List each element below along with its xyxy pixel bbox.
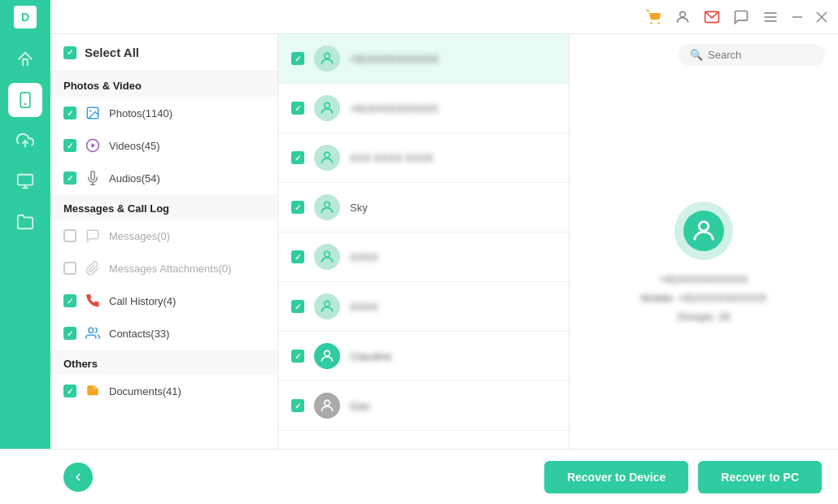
detail-avatar bbox=[674, 202, 733, 260]
contact-name-2: XXX XXXX XXXX bbox=[350, 152, 434, 164]
search-input[interactable] bbox=[708, 49, 814, 61]
videos-icon bbox=[85, 137, 101, 154]
contact-avatar-1 bbox=[314, 95, 340, 121]
contact-checkbox-3[interactable] bbox=[291, 201, 304, 214]
list-item-callhistory[interactable]: Call History(4) bbox=[50, 285, 277, 317]
contact-checkbox-2[interactable] bbox=[291, 151, 304, 164]
contact-avatar-6 bbox=[314, 343, 340, 369]
detail-avatar-inner bbox=[683, 211, 724, 251]
contact-row[interactable]: Gao bbox=[278, 381, 569, 431]
sidebar-item-backup[interactable] bbox=[8, 124, 42, 158]
audios-label: Audios(54) bbox=[109, 172, 160, 185]
videos-label: Videos(45) bbox=[109, 140, 160, 152]
svg-point-29 bbox=[325, 350, 330, 356]
svg-point-23 bbox=[325, 53, 330, 59]
contact-row[interactable]: XXXX bbox=[278, 282, 569, 332]
detail-mobile-value: +91XXXXXXXXXX bbox=[678, 292, 766, 304]
contact-checkbox-6[interactable] bbox=[291, 350, 304, 363]
checkbox-videos[interactable] bbox=[63, 139, 76, 152]
contact-avatar-5 bbox=[314, 293, 340, 319]
mail-icon[interactable] bbox=[703, 8, 721, 26]
contact-list: +91XXXXXXXXXX +91XXXXXXXXXX XXX XXXX XXX… bbox=[278, 34, 569, 449]
select-all-label: Select All bbox=[85, 46, 139, 59]
svg-point-28 bbox=[325, 301, 330, 306]
checkbox-photos[interactable] bbox=[63, 106, 76, 119]
detail-groups: Groups: 16 bbox=[678, 311, 730, 323]
calls-icon bbox=[85, 293, 101, 309]
contact-row[interactable]: +91XXXXXXXXXX bbox=[278, 34, 569, 84]
list-item-messages[interactable]: Messages(0) bbox=[50, 219, 277, 252]
list-item-photos[interactable]: Photos(1140) bbox=[50, 97, 277, 129]
minimize-button[interactable] bbox=[791, 11, 804, 24]
checkbox-attachments[interactable] bbox=[63, 262, 76, 275]
docs-icon bbox=[85, 383, 101, 399]
contact-checkbox-4[interactable] bbox=[291, 250, 304, 263]
sidebar-item-home[interactable] bbox=[8, 42, 42, 76]
search-input-wrap[interactable]: 🔍 bbox=[679, 44, 825, 66]
contact-checkbox-7[interactable] bbox=[291, 399, 304, 412]
list-item-videos[interactable]: Videos(45) bbox=[50, 129, 277, 162]
checkbox-messages[interactable] bbox=[63, 229, 76, 242]
checkbox-callhistory[interactable] bbox=[63, 294, 76, 307]
photos-label: Photos(1140) bbox=[109, 107, 172, 119]
documents-label: Documents(41) bbox=[109, 385, 181, 398]
svg-point-2 bbox=[680, 11, 686, 17]
left-panel: Select All Photos & Video Photos(1140) V… bbox=[50, 34, 278, 449]
list-item-audios[interactable]: Audios(54) bbox=[50, 162, 277, 194]
contact-row[interactable]: XXXX bbox=[278, 232, 569, 282]
callhistory-label: Call History(4) bbox=[109, 295, 176, 307]
app-logo-area: D bbox=[0, 0, 50, 34]
center-panel: +91XXXXXXXXXX +91XXXXXXXXXX XXX XXXX XXX… bbox=[278, 34, 570, 449]
section-others: Others bbox=[50, 350, 277, 375]
chat-icon[interactable] bbox=[732, 8, 750, 26]
app-logo: D bbox=[14, 6, 37, 28]
list-item-documents[interactable]: Documents(41) bbox=[50, 375, 277, 407]
contact-row[interactable]: +91XXXXXXXXXX bbox=[278, 84, 569, 133]
right-panel: 🔍 +91XXXXXXXXXX Mobile: +91XXXXXXXXXX Gr… bbox=[570, 34, 838, 449]
list-item-attachments[interactable]: Messages Attachments(0) bbox=[50, 252, 277, 285]
svg-point-1 bbox=[657, 22, 660, 24]
contact-name-3: Sky bbox=[350, 202, 368, 214]
contact-detail: +91XXXXXXXXXX Mobile: +91XXXXXXXXXX Grou… bbox=[570, 76, 838, 449]
close-button[interactable] bbox=[815, 11, 828, 24]
svg-point-31 bbox=[699, 222, 708, 231]
recover-to-device-button[interactable]: Recover to Device bbox=[544, 461, 688, 493]
sidebar-item-phone[interactable] bbox=[8, 83, 42, 117]
checkbox-audios[interactable] bbox=[63, 172, 76, 185]
menu-icon[interactable] bbox=[762, 8, 779, 26]
contact-checkbox-0[interactable] bbox=[291, 52, 304, 65]
cart-icon[interactable] bbox=[644, 8, 662, 26]
svg-point-26 bbox=[325, 202, 330, 207]
checkbox-documents[interactable] bbox=[63, 385, 76, 398]
contact-row[interactable]: Sky bbox=[278, 183, 569, 232]
contact-name-1: +91XXXXXXXXXX bbox=[350, 102, 439, 115]
svg-marker-19 bbox=[92, 143, 96, 148]
checkbox-contacts[interactable] bbox=[63, 327, 76, 340]
contact-avatar-4 bbox=[314, 244, 340, 270]
messages-label: Messages(0) bbox=[109, 230, 170, 242]
section-photos-video: Photos & Video bbox=[50, 72, 277, 97]
search-icon: 🔍 bbox=[690, 49, 703, 61]
section-messages: Messages & Call Log bbox=[50, 194, 277, 219]
contact-row[interactable]: Claudine bbox=[278, 332, 569, 381]
user-icon[interactable] bbox=[674, 8, 692, 26]
contacts-label: Contacts(33) bbox=[109, 328, 169, 340]
list-item-contacts[interactable]: Contacts(33) bbox=[50, 317, 277, 350]
svg-point-25 bbox=[325, 152, 330, 158]
attachments-icon bbox=[85, 260, 101, 276]
contact-checkbox-1[interactable] bbox=[291, 102, 304, 115]
back-button[interactable] bbox=[63, 463, 93, 492]
detail-mobile: Mobile: +91XXXXXXXXXX bbox=[641, 292, 766, 304]
select-all-checkbox[interactable] bbox=[63, 46, 76, 59]
sidebar-item-files[interactable] bbox=[8, 205, 42, 239]
recover-to-pc-button[interactable]: Recover to PC bbox=[698, 461, 822, 493]
contact-checkbox-5[interactable] bbox=[291, 300, 304, 313]
bottom-bar: Recover to Device Recover to PC bbox=[0, 449, 838, 504]
svg-rect-13 bbox=[18, 175, 33, 185]
svg-point-17 bbox=[89, 110, 91, 111]
search-bar: 🔍 bbox=[570, 34, 838, 76]
sidebar bbox=[0, 34, 50, 449]
select-all-row[interactable]: Select All bbox=[50, 34, 277, 72]
contact-row[interactable]: XXX XXXX XXXX bbox=[278, 133, 569, 183]
sidebar-item-transfer[interactable] bbox=[8, 164, 42, 198]
